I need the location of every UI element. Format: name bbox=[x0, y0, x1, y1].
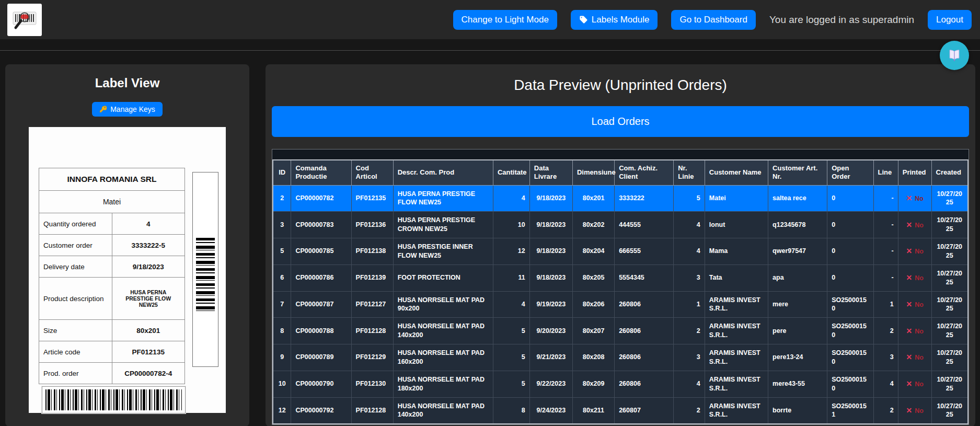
order-cell: borrte bbox=[768, 397, 827, 424]
order-row[interactable]: 5CP00000785PF012138HUSA PRESTIGE INNER F… bbox=[273, 238, 968, 265]
order-cell: 3 bbox=[273, 212, 291, 238]
order-cell: 80x211 bbox=[572, 397, 614, 424]
order-cell: 80x208 bbox=[572, 344, 614, 371]
order-row[interactable]: 3CP00000783PF012136HUSA PERNA PRESTIGE C… bbox=[273, 212, 968, 238]
order-cell: 10 bbox=[273, 371, 291, 397]
order-cell: PF012129 bbox=[351, 344, 393, 371]
order-cell: - bbox=[873, 238, 898, 265]
order-cell: CP00000792 bbox=[291, 397, 351, 424]
order-cell: 666555 bbox=[615, 238, 674, 265]
printed-status: No bbox=[915, 381, 924, 388]
navbar: Change to Light Mode Labels Module Go to… bbox=[0, 0, 980, 39]
logout-button[interactable]: Logout bbox=[928, 10, 972, 30]
printed-status: No bbox=[915, 328, 924, 335]
order-row[interactable]: 9CP00000789PF012129HUSA NORRSELE MAT PAD… bbox=[273, 344, 968, 371]
order-cell: SO25000150 bbox=[827, 291, 873, 318]
printed-x-icon: ✕ bbox=[906, 247, 912, 255]
order-row[interactable]: 8CP00000788PF012128HUSA NORRSELE MAT PAD… bbox=[273, 318, 968, 344]
order-row[interactable]: 12CP00000792PF012128HUSA NORRSELE MAT PA… bbox=[273, 397, 968, 424]
order-cell: 2 bbox=[873, 318, 898, 344]
order-cell: 4 bbox=[493, 185, 529, 212]
label-field-value: 9/18/2023 bbox=[112, 256, 185, 278]
order-cell: ✕No bbox=[898, 371, 931, 397]
label-field-name: Quantity ordered bbox=[39, 213, 112, 235]
order-cell: 12 bbox=[273, 397, 291, 424]
book-fab-button[interactable] bbox=[940, 41, 969, 70]
order-cell: HUSA PERNA PRESTIGE CROWN NEW25 bbox=[393, 212, 493, 238]
order-cell: saltea rece bbox=[768, 185, 827, 212]
load-orders-button[interactable]: Load Orders bbox=[272, 106, 969, 137]
barcode-scanner-logo-icon bbox=[11, 8, 38, 32]
order-row[interactable]: 6CP00000786PF012139FOOT PROTECTION119/18… bbox=[273, 264, 968, 291]
printed-x-icon: ✕ bbox=[906, 300, 912, 308]
labels-module-button[interactable]: Labels Module bbox=[571, 10, 658, 30]
order-cell: 5 bbox=[493, 318, 529, 344]
order-cell: 80x207 bbox=[572, 318, 614, 344]
label-view-panel: Label View Manage Keys INNOFA ROMANIA SR… bbox=[5, 64, 249, 426]
order-cell: 260807 bbox=[615, 397, 674, 424]
order-cell: HUSA NORRSELE MAT PAD 140x200 bbox=[393, 318, 493, 344]
printed-x-icon: ✕ bbox=[906, 353, 912, 361]
order-cell: 2 bbox=[674, 318, 705, 344]
label-field-value: HUSA PERNA PRESTIGE FLOW NEW25 bbox=[112, 278, 185, 320]
order-cell: 3 bbox=[873, 344, 898, 371]
manage-keys-button[interactable]: Manage Keys bbox=[92, 102, 163, 117]
order-cell: - bbox=[873, 212, 898, 238]
order-cell: 80x202 bbox=[572, 212, 614, 238]
light-mode-button[interactable]: Change to Light Mode bbox=[453, 10, 557, 30]
order-cell: 10/27/2025 bbox=[931, 238, 968, 265]
order-cell: 2 bbox=[674, 397, 705, 424]
label-field-row: Size80x201 bbox=[39, 320, 185, 341]
order-cell: PF012138 bbox=[351, 238, 393, 265]
label-field-name: Prod. order bbox=[39, 363, 112, 384]
printed-status: No bbox=[915, 354, 924, 361]
app-logo[interactable] bbox=[7, 4, 42, 36]
printed-x-icon: ✕ bbox=[906, 406, 912, 415]
order-cell: 5 bbox=[273, 238, 291, 265]
order-cell: apa bbox=[768, 264, 827, 291]
order-cell: HUSA NORRSELE MAT PAD 160x200 bbox=[393, 344, 493, 371]
horizontal-barcode-box bbox=[42, 386, 186, 413]
order-cell: 3 bbox=[674, 264, 705, 291]
dashboard-button[interactable]: Go to Dashboard bbox=[671, 10, 755, 30]
printed-x-icon: ✕ bbox=[906, 221, 912, 229]
order-cell: 8 bbox=[273, 318, 291, 344]
orders-column-header: Comanda Productie bbox=[291, 160, 351, 185]
order-cell: ✕No bbox=[898, 318, 931, 344]
orders-column-header: Line bbox=[873, 160, 898, 185]
order-cell: 10/27/2025 bbox=[931, 344, 968, 371]
order-cell: 4 bbox=[674, 238, 705, 265]
vertical-barcode-icon bbox=[196, 238, 215, 311]
order-cell: HUSA PERNA PRESTIGE FLOW NEW25 bbox=[393, 185, 493, 212]
orders-column-header: Cod Articol bbox=[351, 160, 393, 185]
printed-status: No bbox=[915, 222, 924, 229]
order-cell: 0 bbox=[827, 264, 873, 291]
order-cell: 10 bbox=[493, 212, 529, 238]
order-cell: PF012127 bbox=[351, 291, 393, 318]
order-cell: ✕No bbox=[898, 291, 931, 318]
order-cell: 1 bbox=[873, 291, 898, 318]
order-cell: 9/18/2023 bbox=[529, 238, 572, 265]
label-field-name: Article code bbox=[39, 341, 112, 363]
order-cell: 260806 bbox=[615, 318, 674, 344]
orders-header-row: IDComanda ProductieCod ArticolDescr. Com… bbox=[273, 160, 968, 185]
order-row[interactable]: 10CP00000790PF012130HUSA NORRSELE MAT PA… bbox=[273, 371, 968, 397]
order-row[interactable]: 7CP00000787PF012127HUSA NORRSELE MAT PAD… bbox=[273, 291, 968, 318]
printed-status: No bbox=[915, 301, 924, 308]
order-cell: PF012136 bbox=[351, 212, 393, 238]
orders-table-body: 2CP00000782PF012135HUSA PERNA PRESTIGE F… bbox=[273, 185, 968, 424]
order-cell: HUSA NORRSELE MAT PAD 140x200 bbox=[393, 397, 493, 424]
order-cell: 260806 bbox=[615, 344, 674, 371]
order-cell: mere43-55 bbox=[768, 371, 827, 397]
orders-column-header: Customer Name bbox=[705, 160, 768, 185]
data-preview-panel: Data Preview (Unprinted Orders) Load Ord… bbox=[266, 64, 975, 426]
order-cell: 260806 bbox=[615, 371, 674, 397]
label-field-name: Customer order bbox=[39, 235, 112, 256]
order-row[interactable]: 2CP00000782PF012135HUSA PERNA PRESTIGE F… bbox=[273, 185, 968, 212]
order-cell: 9/18/2023 bbox=[529, 264, 572, 291]
order-cell: HUSA PRESTIGE INNER FLOW NEW25 bbox=[393, 238, 493, 265]
order-cell: Tata bbox=[705, 264, 768, 291]
order-cell: Matei bbox=[705, 185, 768, 212]
manage-keys-label: Manage Keys bbox=[110, 105, 155, 113]
order-cell: 5 bbox=[493, 344, 529, 371]
